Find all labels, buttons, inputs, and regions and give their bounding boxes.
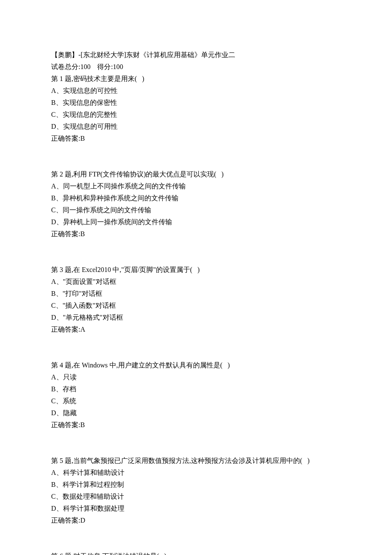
question-option: C、"插入函数"对话框 (51, 300, 341, 312)
question-option: A、科学计算和辅助设计 (51, 467, 341, 479)
question-option: B、科学计算和过程控制 (51, 479, 341, 491)
question-block: 第 2 题,利用 FTP(文件传输协议)的最大优点是可以实现( )A、同一机型上… (51, 168, 341, 240)
question-stem: 第 6 题,对于信息,下列说法错误的是( ) (51, 550, 341, 555)
question-option: D、实现信息的可用性 (51, 121, 341, 133)
question-answer: 正确答案:B (51, 419, 341, 431)
question-option: D、异种机上同一操作系统间的文件传输 (51, 216, 341, 228)
question-option: B、"打印"对话框 (51, 288, 341, 300)
question-option: A、只读 (51, 371, 341, 383)
question-stem: 第 4 题,在 Windows 中,用户建立的文件默认具有的属性是( ) (51, 359, 341, 371)
question-stem: 第 3 题,在 Excel2010 中,"页眉/页脚"的设置属于( ) (51, 264, 341, 276)
question-answer: 正确答案:A (51, 324, 341, 335)
question-answer: 正确答案:B (51, 228, 341, 240)
document-title: 【奥鹏】-[东北财经大学]东财《计算机应用基础》单元作业二 (51, 49, 341, 61)
score-line: 试卷总分:100 得分:100 (51, 61, 341, 73)
question-option: A、"页面设置"对话框 (51, 276, 341, 288)
document-page: 【奥鹏】-[东北财经大学]东财《计算机应用基础》单元作业二 试卷总分:100 得… (0, 0, 392, 555)
question-option: C、实现信息的完整性 (51, 109, 341, 121)
question-stem: 第 2 题,利用 FTP(文件传输协议)的最大优点是可以实现( ) (51, 168, 341, 180)
question-block: 第 1 题,密码技术主要是用来( )A、实现信息的可控性B、实现信息的保密性C、… (51, 73, 341, 145)
question-option: B、异种机和异种操作系统之间的文件传输 (51, 192, 341, 204)
questions-container: 第 1 题,密码技术主要是用来( )A、实现信息的可控性B、实现信息的保密性C、… (51, 73, 341, 555)
question-option: D、"单元格格式"对话框 (51, 312, 341, 324)
question-block: 第 6 题,对于信息,下列说法错误的是( )A、信息可以不依附于某种载体而存在 (51, 550, 341, 555)
question-block: 第 5 题,当前气象预报已广泛采用数值预报方法,这种预报方法会涉及计算机应用中的… (51, 455, 341, 526)
question-stem: 第 1 题,密码技术主要是用来( ) (51, 73, 341, 85)
question-answer: 正确答案:D (51, 515, 341, 526)
question-block: 第 3 题,在 Excel2010 中,"页眉/页脚"的设置属于( )A、"页面… (51, 264, 341, 335)
question-option: A、同一机型上不同操作系统之间的文件传输 (51, 180, 341, 192)
document-header: 【奥鹏】-[东北财经大学]东财《计算机应用基础》单元作业二 试卷总分:100 得… (51, 49, 341, 73)
question-block: 第 4 题,在 Windows 中,用户建立的文件默认具有的属性是( )A、只读… (51, 359, 341, 431)
question-option: B、实现信息的保密性 (51, 97, 341, 109)
question-option: D、科学计算和数据处理 (51, 503, 341, 515)
question-option: D、隐藏 (51, 407, 341, 419)
question-option: C、同一操作系统之间的文件传输 (51, 204, 341, 216)
question-option: C、系统 (51, 395, 341, 407)
question-option: C、数据处理和辅助设计 (51, 491, 341, 503)
question-option: B、存档 (51, 383, 341, 395)
question-stem: 第 5 题,当前气象预报已广泛采用数值预报方法,这种预报方法会涉及计算机应用中的… (51, 455, 341, 467)
question-answer: 正确答案:B (51, 133, 341, 145)
question-option: A、实现信息的可控性 (51, 85, 341, 97)
